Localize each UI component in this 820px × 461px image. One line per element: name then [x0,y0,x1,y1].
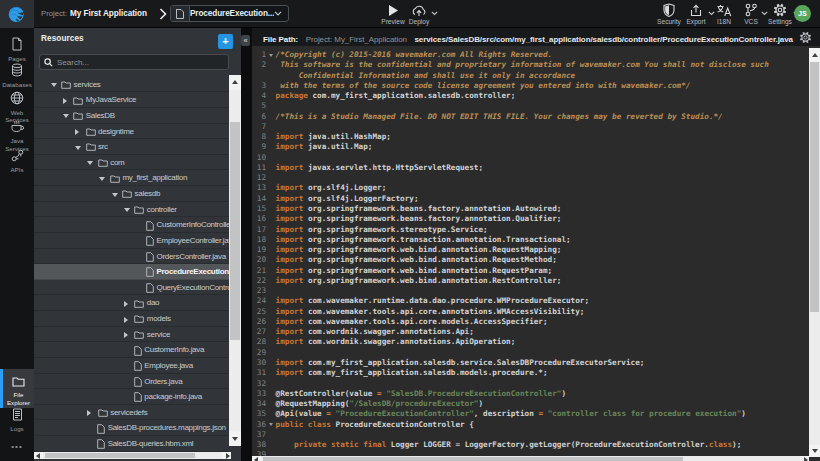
caret-down-icon[interactable] [51,83,57,87]
code-line-11[interactable]: 11import javax.servlet.http.HttpServletR… [252,163,809,173]
tree-item-salesdb[interactable]: salesdb [34,186,229,202]
code-line-37[interactable]: 37 [252,430,809,440]
tree-item-my-first-application[interactable]: my_first_application [34,170,229,186]
editor-vscroll-thumb[interactable] [810,62,819,312]
code-line-6[interactable]: 6/*This is a Studio Managed File. DO NOT… [252,112,809,122]
code-line-21[interactable]: 21import org.springframework.web.bind.an… [252,266,809,276]
tree-item-employee-java[interactable]: Employee.java [34,358,229,374]
tree-item-src[interactable]: src [34,139,229,155]
code-line-25[interactable]: 25import com.wavemaker.tools.api.core.an… [252,307,809,317]
tree-item-queryexecutioncontroller-java[interactable]: QueryExecutionController.java [34,280,229,296]
vcs-button[interactable]: VCS [738,0,764,28]
collapse-panel-button[interactable]: « [241,35,250,46]
caret-right-icon[interactable] [75,129,79,135]
code-line-34[interactable]: 34@RequestMapping("/SalesDB/procedureExe… [252,399,809,409]
code-line-29[interactable]: 29 [252,348,809,358]
tree-vscroll-thumb[interactable] [230,122,240,340]
editor-scroll-right-button[interactable] [800,456,809,461]
editor-hscroll-thumb[interactable] [263,457,683,461]
tree-item-package-info-java[interactable]: package-info.java [34,389,229,405]
code-line-16[interactable]: 16import org.springframework.beans.facto… [252,214,809,224]
settings-button[interactable]: Settings [764,0,796,28]
code-line-17[interactable]: 17import org.springframework.stereotype.… [252,225,809,235]
code-line-14[interactable]: 14import org.slf4j.LoggerFactory; [252,194,809,204]
code-line-1[interactable]: 1/*Copyright (c) 2015-2016 wavemaker.com… [252,50,809,60]
editor-settings-gear-icon[interactable] [799,31,812,44]
i18n-button[interactable]: I18N [710,0,738,28]
caret-down-icon[interactable] [75,146,81,150]
code-editor[interactable]: 1/*Copyright (c) 2015-2016 wavemaker.com… [252,46,809,456]
caret-right-icon[interactable] [63,98,67,104]
code-line-31[interactable]: 31import com.my_first_application.salesd… [252,368,809,378]
tree-item-orderscontroller-java[interactable]: OrdersController.java [34,249,229,265]
fold-marker-icon[interactable] [269,54,273,57]
open-file-dropdown[interactable]: ProcedureExecution... [170,5,289,22]
caret-down-icon[interactable] [99,177,105,181]
tree-item-controller[interactable]: controller [34,202,229,218]
add-resource-button[interactable]: + [218,34,233,49]
editor-scroll-left-button[interactable] [252,456,261,461]
code-line-27[interactable]: 27import com.wordnik.swagger.annotations… [252,327,809,337]
tree-horizontal-scrollbar[interactable] [34,452,231,460]
fold-marker-icon[interactable] [269,423,273,426]
tree-item-salesdb[interactable]: SalesDB [34,108,229,124]
tree-scroll-down-button[interactable] [229,431,241,446]
tree-item-customerinfo-java[interactable]: CustomerInfo.java [34,342,229,358]
deploy-button[interactable]: Deploy [404,0,434,28]
export-button[interactable]: Export [681,0,711,28]
caret-right-icon[interactable] [124,317,128,323]
editor-vertical-scrollbar[interactable] [809,48,820,457]
code-line-26[interactable]: 26import com.wavemaker.tools.api.core.mo… [252,317,809,327]
code-line-32[interactable]: 32 [252,379,809,389]
code-line-5[interactable]: 5 [252,101,809,111]
tree-item-dao[interactable]: dao [34,295,229,311]
tree-item-com[interactable]: com [34,155,229,171]
caret-down-icon[interactable] [87,161,93,165]
app-logo[interactable] [0,0,34,28]
code-line-35[interactable]: 35@Api(value = "ProcedureExecutionContro… [252,409,809,419]
tree-item-models[interactable]: models [34,311,229,327]
code-line-36[interactable]: 36public class ProcedureExecutionControl… [252,420,809,430]
code-line-4[interactable]: 4package com.my_first_application.salesd… [252,91,809,101]
code-line-10[interactable]: 10 [252,153,809,163]
code-line-13[interactable]: 13import org.slf4j.Logger; [252,183,809,193]
tree-item-designtime[interactable]: designtime [34,124,229,140]
code-line-23[interactable]: 23 [252,286,809,296]
tree-item-orders-java[interactable]: Orders.java [34,374,229,390]
code-line-19[interactable]: 19import org.springframework.web.bind.an… [252,245,809,255]
tree-item-customerinfocontroller-java[interactable]: CustomerInfoController.java [34,217,229,233]
caret-down-icon[interactable] [124,208,130,212]
tree-item-servicedefs[interactable]: servicedefs [34,405,229,421]
code-line-20[interactable]: 20import org.springframework.web.bind.an… [252,255,809,265]
tree-scroll-right-button[interactable] [222,452,231,460]
code-line-18[interactable]: 18import org.springframework.transaction… [252,235,809,245]
tree-item-service[interactable]: service [34,327,229,343]
code-line-3[interactable]: 3 with the terms of the source code lice… [252,81,809,91]
tree-item-services[interactable]: services [34,77,229,93]
caret-right-icon[interactable] [87,410,91,416]
code-line-7[interactable]: 7 [252,122,809,132]
tree-vertical-scrollbar[interactable] [229,75,241,446]
code-line-38[interactable]: 38 private static final Logger LOGGER = … [252,440,809,450]
sidebar-item-logs[interactable]: Logs [0,403,34,436]
tree-item-myjavaservice[interactable]: MyJavaService [34,92,229,108]
tree-item-employeecontroller-java[interactable]: EmployeeController.java [34,233,229,249]
code-line-15[interactable]: 15import org.springframework.beans.facto… [252,204,809,214]
more-menu-button[interactable]: ••• [0,442,34,451]
editor-scroll-down-button[interactable] [809,445,820,457]
code-line-22[interactable]: 22import org.springframework.web.bind.an… [252,276,809,286]
resource-search-box[interactable]: Search... [39,54,229,70]
tree-hscroll-thumb[interactable] [45,453,195,459]
code-line-2[interactable]: 2 This software is the confidential and … [252,60,809,70]
tree-scroll-up-button[interactable] [229,75,241,90]
code-line-9[interactable]: 9import java.util.Map; [252,142,809,152]
tree-item-salesdb-procedures-mappings-json[interactable]: SalesDB-procedures.mappings.json [34,420,229,436]
editor-horizontal-scrollbar[interactable] [252,456,809,461]
caret-right-icon[interactable] [124,301,128,307]
caret-right-icon[interactable] [124,332,128,338]
code-line-33[interactable]: 33@RestController(value = "SalesDB.Proce… [252,389,809,399]
code-line-8[interactable]: 8import java.util.HashMap; [252,132,809,142]
sidebar-item-apis[interactable]: APIs [0,144,34,177]
tree-item-salesdb-queries-hbm-xml[interactable]: SalesDB-queries.hbm.xml [34,436,229,452]
caret-down-icon[interactable] [112,193,118,197]
